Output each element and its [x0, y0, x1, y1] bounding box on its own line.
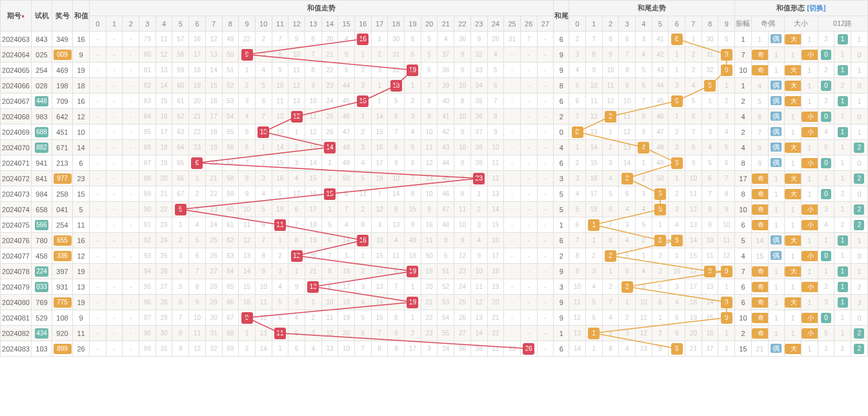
hz-miss: 8 [405, 186, 421, 202]
hz-miss: 5 [388, 94, 405, 109]
hewei-cell: 9 [554, 295, 569, 310]
hw-miss: 4 [585, 279, 602, 295]
period-cell: 2024071 [1, 155, 32, 171]
shiji-cell: 254 [32, 63, 52, 78]
hz-col-5: 5 [172, 16, 189, 32]
hw-miss: 15 [585, 155, 602, 171]
hz-miss: 56 [454, 341, 471, 357]
switch-link[interactable]: [切换] [807, 4, 825, 12]
qo-num: 9 [751, 155, 768, 171]
hz-miss: 1 [355, 47, 372, 63]
hz-miss: 7 [371, 186, 388, 202]
hw-ball: 6 [669, 233, 685, 248]
hz-miss: 1 [272, 341, 288, 357]
hz-miss: - [504, 217, 521, 233]
zhenfu-cell: 2 [735, 124, 752, 140]
qo-cell: 偶 [768, 233, 785, 248]
qo-num: 奇 [751, 326, 768, 341]
hz-miss: 31 [504, 32, 521, 47]
hz-miss: 23 [321, 78, 338, 94]
hz-miss: 62 [222, 233, 239, 248]
hw-col-8: 8 [701, 16, 718, 32]
hz-miss: 14 [371, 295, 388, 310]
hz-miss: 11 [305, 109, 321, 124]
hz-miss: 12 [288, 78, 305, 94]
zhenfu-cell: 1 [735, 78, 752, 94]
qo-cell: 1 [768, 295, 785, 310]
lu-cell: 2 [818, 279, 834, 295]
dx-xiao: 小 [801, 47, 818, 63]
lu-cell: 1 [818, 264, 834, 279]
col-hezhi: 和值 [73, 1, 90, 32]
hz-miss: - [123, 279, 139, 295]
hz-miss: 54 [438, 310, 454, 326]
hw-miss: 1 [569, 140, 586, 155]
dx-da: 1 [785, 326, 802, 341]
hz-miss: 34 [470, 78, 487, 94]
dx-da: 大 [785, 295, 802, 310]
hz-miss: 18 [487, 264, 504, 279]
hw-miss: 3 [701, 124, 718, 140]
hz-miss: 10 [305, 94, 321, 109]
hz-miss: 1 [321, 202, 338, 217]
hz-miss: - [520, 310, 537, 326]
hz-miss: 13 [272, 124, 288, 140]
hz-miss: - [504, 124, 521, 140]
hw-miss: 10 [636, 295, 652, 310]
hz-miss: 3 [288, 155, 305, 171]
hw-miss: 1 [602, 124, 619, 140]
qo-num: 5 [751, 94, 768, 109]
hz-col-26: 26 [520, 16, 537, 32]
dx-xiao: 1 [801, 233, 818, 248]
hw-ball: 9 [718, 47, 735, 63]
hw-miss: 7 [619, 47, 636, 63]
hz-miss: - [123, 155, 139, 171]
hz-miss: 1 [355, 109, 372, 124]
hz-col-0: 0 [90, 16, 106, 32]
hezhi-cell: 13 [73, 279, 90, 295]
hz-miss: 12 [255, 310, 272, 326]
hz-col-16: 16 [355, 16, 372, 32]
hw-miss: 12 [619, 124, 636, 140]
hz-miss: 11 [355, 186, 372, 202]
jianghao-cell: 469 [52, 63, 73, 78]
table-row: 202408076977519---9628692966161153110184… [1, 295, 868, 310]
hewei-cell: 0 [554, 124, 569, 140]
hz-miss: 3 [355, 78, 372, 94]
sort-icon[interactable]: ♦ [21, 13, 25, 19]
hz-miss: 12 [272, 109, 288, 124]
hz-miss: 16 [305, 186, 321, 202]
hw-miss: 12 [585, 109, 602, 124]
hw-miss: 20 [685, 326, 702, 341]
hw-miss: 16 [585, 171, 602, 186]
hz-ball: 5 [172, 202, 189, 217]
hz-miss: 25 [454, 295, 471, 310]
hz-miss: 4 [405, 124, 421, 140]
hz-miss: 10 [371, 233, 388, 248]
hz-miss: - [504, 63, 521, 78]
col-period[interactable]: 期号♦ [1, 1, 32, 32]
hw-miss: 5 [602, 326, 619, 341]
dx-xiao: 1 [801, 63, 818, 78]
hz-miss: 58 [172, 47, 189, 63]
lu-cell: 1 [834, 310, 851, 326]
hz-col-4: 4 [156, 16, 172, 32]
hz-miss: 3 [255, 171, 272, 186]
jianghao-cell: 254 [52, 217, 73, 233]
hz-miss: 13 [205, 47, 222, 63]
hz-miss: 9 [454, 233, 471, 248]
hw-miss: 2 [669, 124, 685, 140]
hz-miss: 21 [305, 264, 321, 279]
dx-xiao: 1 [801, 295, 818, 310]
hz-miss: 11 [487, 341, 504, 357]
hz-miss: 8 [388, 202, 405, 217]
qo-num: 奇 [751, 202, 768, 217]
hz-miss: 45 [338, 94, 355, 109]
lu-cell: 2 [851, 217, 867, 233]
hz-miss: - [123, 202, 139, 217]
hz-miss: 9 [288, 32, 305, 47]
jianghao-cell: 655 [52, 233, 73, 248]
hz-miss: 4 [305, 341, 321, 357]
hz-miss: 20 [321, 32, 338, 47]
hw-col-9: 9 [718, 16, 735, 32]
